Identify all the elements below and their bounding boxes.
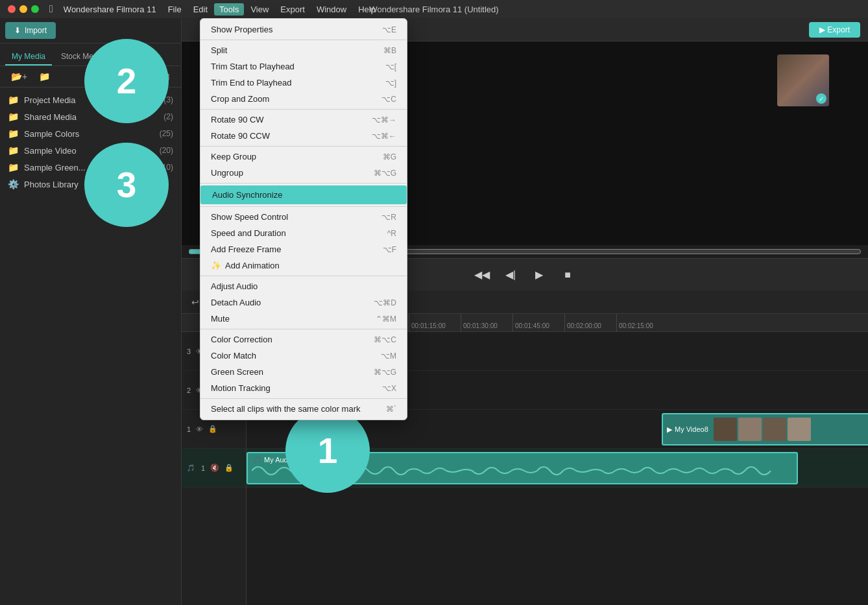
sidebar-item-count: (20) [160,146,173,155]
tab-my-media[interactable]: My Media [5,49,52,65]
menu-window[interactable]: Window [311,3,352,16]
menu-item-detach-audio[interactable]: Detach Audio ⌥⌘D [200,294,407,311]
menu-item-show-properties[interactable]: Show Properties ⌥E [200,21,407,38]
menu-item-select-same-color[interactable]: Select all clips with the same color mar… [200,401,407,417]
apple-icon[interactable]:  [49,3,53,15]
animation-star-icon: ✨ [211,261,221,270]
menu-item-rotate-ccw[interactable]: Rotate 90 CCW ⌥⌘← [200,128,407,144]
menu-item-color-correction[interactable]: Color Correction ⌘⌥C [200,331,407,348]
import-icon: ⬇ [14,26,21,35]
track-lock-button-1[interactable]: 🔒 [207,423,219,434]
menu-separator-8 [200,398,407,399]
track-label-audio: 🎵 1 🔇 🔒 [182,449,246,488]
sidebar-item-sample-colors[interactable]: 📁 Sample Colors (25) [0,125,181,142]
menu-item-audio-synchronize[interactable]: Audio Synchronize [200,185,407,204]
sidebar-item-label: Sample Video [24,146,77,156]
clip-thumbnails [714,418,811,441]
sidebar-item-label: Sample Colors [24,129,79,139]
traffic-lights [8,5,39,13]
menu-item-rotate-cw[interactable]: Rotate 90 CW ⌥⌘→ [200,112,407,128]
gear-icon-photos: ⚙️ [8,179,19,189]
menu-item-ungroup[interactable]: Ungroup ⌘⌥G [200,165,407,181]
menu-file[interactable]: File [163,3,187,16]
ruler-mark-5: 00:01:45:00 [512,314,564,331]
video-clip-myvideo8[interactable]: ▶ My Video8 [662,413,868,445]
folder-icon-green: 📁 [8,162,19,172]
close-button[interactable] [8,5,16,13]
menu-separator-3 [200,146,407,147]
title-bar:  Wondershare Filmora 11 File Edit Tools… [0,0,868,18]
minimize-button[interactable] [19,5,27,13]
window-title: Wondershare Filmora 11 (Untitled) [369,5,498,14]
video-clip-label: My Video8 [675,425,708,433]
menu-edit[interactable]: Edit [188,3,213,16]
menu-view[interactable]: View [245,3,274,16]
menu-item-speed-duration[interactable]: Speed and Duration ^R [200,225,407,241]
folder-icon-shared: 📁 [8,112,19,122]
step-circle-3: 3 [84,143,169,227]
video-icon: ▶ [667,425,672,434]
audio-mute-button[interactable]: 🔇 [209,462,221,473]
menu-filmora[interactable]: Wondershare Filmora 11 [58,3,162,16]
export-button[interactable]: ▶ Export [809,22,860,38]
audio-lock-button[interactable]: 🔒 [223,462,235,473]
menu-separator-6 [200,276,407,276]
ruler-mark-7: 00:02:15:00 [616,314,668,331]
menu-item-green-screen[interactable]: Green Screen ⌘⌥G [200,364,407,380]
ruler-mark-4: 00:01:30:00 [461,314,512,331]
menu-bar: Wondershare Filmora 11 File Edit Tools V… [58,3,381,16]
tools-dropdown-menu: Show Properties ⌥E Split ⌘B Trim Start t… [200,18,407,420]
sidebar-item-label: Shared Media [24,112,77,122]
check-icon: ✓ [816,93,826,104]
step-circle-2: 2 [84,39,169,123]
sidebar-item-label: Project Media [24,95,75,105]
menu-item-add-animation[interactable]: ✨ Add Animation [200,257,407,274]
menu-item-add-freeze-frame[interactable]: Add Freeze Frame ⌥F [200,241,407,257]
add-folder-icon: 📂+ [11,71,27,82]
menu-separator-2 [200,109,407,110]
track-eye-button-1[interactable]: 👁 [195,424,204,434]
folder-icon-video: 📁 [8,145,19,156]
play-button[interactable]: ▶ [530,266,548,284]
menu-item-keep-group[interactable]: Keep Group ⌘G [200,148,407,165]
skip-back-button[interactable]: ◀◀ [473,266,491,284]
step-circle-1: 1 [285,409,370,493]
menu-item-trim-start[interactable]: Trim Start to Playhead ⌥[ [200,58,407,75]
new-folder-button[interactable]: 📁 [36,70,53,83]
menu-separator-4 [200,183,407,184]
sidebar-item-count: (25) [160,129,173,138]
add-folder-button[interactable]: 📂+ [8,70,30,83]
frame-back-button[interactable]: ◀| [501,266,520,284]
menu-item-trim-end[interactable]: Trim End to Playhead ⌥] [200,75,407,91]
stop-button[interactable]: ■ [559,266,577,284]
menu-item-color-match[interactable]: Color Match ⌥M [200,348,407,364]
menu-separator-5 [200,206,407,207]
maximize-button[interactable] [31,5,39,13]
menu-item-motion-tracking[interactable]: Motion Tracking ⌥X [200,380,407,396]
menu-item-split[interactable]: Split ⌘B [200,42,407,58]
ruler-mark-6: 00:02:00:00 [564,314,616,331]
menu-separator-7 [200,329,407,329]
main-layout: ⬇ Import My Media Stock Media Titles 📂+ … [0,18,868,605]
sidebar-item-count: (2) [163,112,173,121]
sidebar-item-label: Photos Library [24,180,78,189]
menu-item-mute[interactable]: Mute ⌃⌘M [200,311,407,327]
sidebar-item-label: Sample Green... [24,163,86,172]
new-folder-icon: 📁 [39,71,50,82]
menu-export[interactable]: Export [275,3,310,16]
menu-item-show-speed-control[interactable]: Show Speed Control ⌥R [200,209,407,225]
preview-thumbnail: ✓ [777,54,829,106]
ruler-mark-3: 00:01:15:00 [409,314,461,331]
menu-separator-1 [200,40,407,40]
menu-item-adjust-audio[interactable]: Adjust Audio [200,278,407,294]
folder-icon-colors: 📁 [8,128,19,139]
folder-icon-project: 📁 [8,95,19,105]
sidebar: ⬇ Import My Media Stock Media Titles 📂+ … [0,18,182,605]
menu-item-crop-zoom[interactable]: Crop and Zoom ⌥C [200,91,407,107]
import-button[interactable]: ⬇ Import [5,22,56,39]
menu-tools[interactable]: Tools [214,3,244,16]
